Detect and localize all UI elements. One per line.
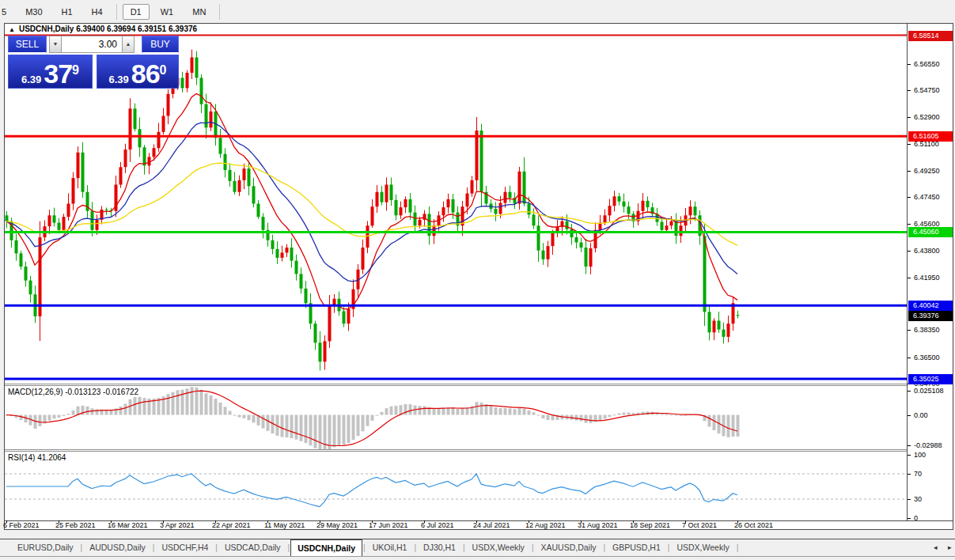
tab-usdcnh-daily[interactable]: USDCNH,Daily xyxy=(290,539,362,556)
chart-tab-bar: EURUSD,Daily|AUDUSD,Daily|USDCHF,H4|USDC… xyxy=(0,539,955,560)
chart-title-row: ▲USDCNH,Daily 6.39400 6.39694 6.39151 6.… xyxy=(9,25,197,33)
date-label: 29 May 2021 xyxy=(316,521,358,529)
macd-tick-label: 0.00 xyxy=(914,411,928,419)
trade-panel-controls: SELL ▼ ▲ BUY xyxy=(8,36,179,53)
tab-divider: | xyxy=(463,543,465,552)
rsi-tick-mark xyxy=(908,518,911,519)
tab-divider: | xyxy=(604,543,606,552)
price-tick-label: 6.43800 xyxy=(914,247,940,255)
macd-tick-label: -0.02988 xyxy=(914,441,942,449)
buy-price-prefix: 6.39 xyxy=(108,74,128,85)
date-label: 6 Jul 2021 xyxy=(421,521,454,529)
tab-usdx-weekly[interactable]: USDX,Weekly xyxy=(466,540,531,555)
timeframe-button-d1[interactable]: D1 xyxy=(123,4,150,20)
price-tick-mark xyxy=(908,171,911,172)
price-tick-label: 6.38350 xyxy=(914,326,940,334)
tab-ukoil-h1[interactable]: UKOil,H1 xyxy=(366,540,414,555)
timeframe-button-5[interactable]: 5 xyxy=(0,4,14,20)
tab-scroll-right-icon[interactable]: ▸ xyxy=(948,543,952,551)
date-label: 12 Aug 2021 xyxy=(525,521,566,529)
chart-title: USDCNH,Daily 6.39400 6.39694 6.39151 6.3… xyxy=(19,25,197,33)
date-label: 3 Apr 2021 xyxy=(160,521,195,529)
hline-price-label: 6.58514 xyxy=(908,31,953,41)
macd-pane[interactable]: MACD(12,26,9) -0.013123 -0.016722 xyxy=(5,386,907,449)
hline-price-label: 6.40042 xyxy=(908,301,953,311)
date-label: 17 Jun 2021 xyxy=(369,521,408,529)
toolbar-separator xyxy=(116,4,117,20)
tab-dj30-h1[interactable]: DJ30,H1 xyxy=(417,540,462,555)
buy-price-tile[interactable]: 6.39 86 0 xyxy=(97,55,179,89)
tab-gbpusd-h1[interactable]: GBPUSD,H1 xyxy=(606,540,667,555)
rsi-tick-mark xyxy=(908,474,911,475)
rsi-tick-mark xyxy=(908,455,911,456)
tab-audusd-daily[interactable]: AUDUSD,Daily xyxy=(83,540,152,555)
rsi-pane[interactable]: RSI(14) 41.2064 xyxy=(5,452,907,520)
lot-size-input[interactable] xyxy=(62,36,122,53)
tab-divider: | xyxy=(668,543,670,552)
chart-tabs: EURUSD,Daily|AUDUSD,Daily|USDCHF,H4|USDC… xyxy=(11,539,739,556)
timeframe-button-mn[interactable]: MN xyxy=(184,4,214,20)
hline-price-label: 6.51605 xyxy=(908,131,953,142)
price-tick-mark xyxy=(908,224,911,225)
tab-eurusd-daily[interactable]: EURUSD,Daily xyxy=(11,540,80,555)
date-label: 31 Aug 2021 xyxy=(578,521,618,529)
price-tick-mark xyxy=(908,90,911,91)
price-tick-label: 6.41950 xyxy=(914,274,940,282)
tab-divider: | xyxy=(81,543,83,552)
sell-button[interactable]: SELL xyxy=(8,36,47,53)
buy-price-pips: 86 xyxy=(131,62,160,85)
price-tick-label: 6.36500 xyxy=(914,354,940,361)
date-label: 16 Mar 2021 xyxy=(108,521,148,529)
buy-button[interactable]: BUY xyxy=(142,36,179,53)
macd-tick-label: 0.025108 xyxy=(914,387,944,395)
rsi-tick-label: 100 xyxy=(914,451,926,459)
rsi-tick-label: 0 xyxy=(914,514,918,522)
current-price-label: 6.39376 xyxy=(908,311,953,321)
date-label: 25 Feb 2021 xyxy=(55,521,96,529)
one-click-trade-panel: SELL ▼ ▲ BUY 6.39 37 9 6.39 86 0 xyxy=(8,36,179,89)
date-label: 24 Jul 2021 xyxy=(473,521,510,529)
toolbar-separator xyxy=(219,4,220,20)
tab-divider: | xyxy=(153,543,155,552)
timeframe-toolbar: 5M30H1H4D1W1MN xyxy=(0,0,955,23)
price-tick-label: 6.49250 xyxy=(914,167,940,175)
price-tick-mark xyxy=(908,330,911,331)
one-click-panel-toggle-icon[interactable]: ▲ xyxy=(9,26,15,33)
tab-divider: | xyxy=(737,543,739,552)
tab-divider: | xyxy=(288,543,290,552)
sell-price-prefix: 6.39 xyxy=(21,74,41,85)
rsi-tick-mark xyxy=(908,499,911,500)
price-tick-mark xyxy=(908,358,911,358)
tab-divider: | xyxy=(215,543,218,552)
timeframe-button-w1[interactable]: W1 xyxy=(153,4,182,20)
timeframe-button-m30[interactable]: M30 xyxy=(17,4,50,20)
tab-usdchf-h4[interactable]: USDCHF,H4 xyxy=(155,540,214,555)
rsi-tick-label: 70 xyxy=(914,470,922,478)
price-axis[interactable]: 6.565506.547506.529006.511006.492506.474… xyxy=(907,24,953,520)
lot-decrease-button[interactable]: ▼ xyxy=(49,36,62,53)
sell-price-tile[interactable]: 6.39 37 9 xyxy=(8,55,93,89)
macd-tick-mark xyxy=(908,415,911,416)
price-tick-mark xyxy=(908,197,911,198)
sell-price-pips: 37 xyxy=(44,62,72,85)
price-tick-mark xyxy=(908,144,911,145)
tab-divider: | xyxy=(363,543,366,552)
lot-increase-button[interactable]: ▲ xyxy=(122,36,135,53)
date-label: 26 Oct 2021 xyxy=(734,521,773,529)
tab-usdcad-daily[interactable]: USDCAD,Daily xyxy=(218,540,287,555)
trade-panel-prices: 6.39 37 9 6.39 86 0 xyxy=(8,55,179,89)
timeframe-button-h4[interactable]: H4 xyxy=(84,4,111,20)
date-label: 18 Sep 2021 xyxy=(630,521,670,529)
price-tick-mark xyxy=(908,251,911,252)
hline-price-label: 6.45060 xyxy=(908,227,953,237)
chart-inner: ▲USDCNH,Daily 6.39400 6.39694 6.39151 6.… xyxy=(5,24,953,529)
price-tick-label: 6.54750 xyxy=(914,86,940,94)
tab-usdx-weekly[interactable]: USDX,Weekly xyxy=(670,540,735,555)
tab-divider: | xyxy=(414,543,416,552)
date-axis[interactable]: 6 Feb 202125 Feb 202116 Mar 20213 Apr 20… xyxy=(5,521,907,529)
tab-scroll-left-icon[interactable]: ◂ xyxy=(934,543,938,551)
tab-xauusd-daily[interactable]: XAUUSD,Daily xyxy=(534,540,602,555)
timeframe-button-h1[interactable]: H1 xyxy=(54,4,81,20)
price-tick-mark xyxy=(908,64,911,65)
tab-bar-divider xyxy=(0,556,955,557)
